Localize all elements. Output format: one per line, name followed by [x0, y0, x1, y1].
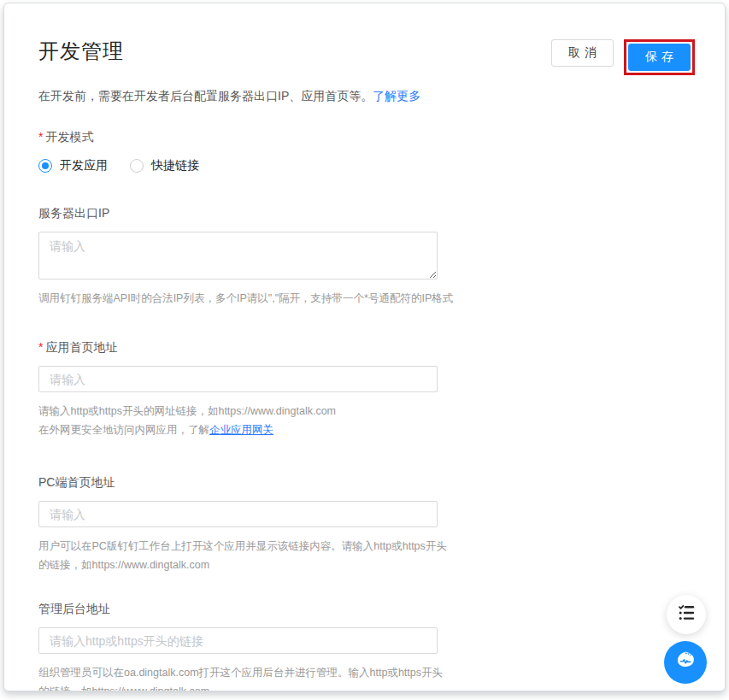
app-home-help-line2: 在外网更安全地访问内网应用，了解企业应用网关	[38, 421, 447, 439]
admin-backend-help: 组织管理员可以在oa.dingtalk.com打开这个应用后台并进行管理。输入h…	[38, 663, 447, 691]
page-title: 开发管理	[38, 38, 124, 65]
field-app-home: *应用首页地址 请输入http或https开头的网址链接，如https://ww…	[38, 340, 695, 439]
app-home-help-line1: 请输入http或https开头的网址链接，如https://www.dingta…	[38, 402, 447, 421]
checklist-icon	[676, 603, 697, 626]
server-ip-textarea[interactable]	[38, 232, 438, 279]
app-home-label: *应用首页地址	[38, 340, 695, 356]
enterprise-gateway-link[interactable]: 企业应用网关	[209, 424, 273, 436]
field-admin-backend: 管理后台地址 组织管理员可以在oa.dingtalk.com打开这个应用后台并进…	[38, 602, 695, 691]
dingtalk-assistant-button[interactable]	[664, 641, 707, 684]
page-header: 开发管理 取消 保存	[38, 38, 695, 75]
header-actions: 取消 保存	[551, 39, 695, 75]
radio-unselected-icon	[130, 159, 144, 173]
radio-option-label: 开发应用	[60, 158, 108, 174]
task-checklist-button[interactable]	[667, 595, 706, 634]
radio-option-dev-app[interactable]: 开发应用	[38, 158, 108, 174]
intro-text: 在开发前，需要在开发者后台配置服务器出口IP、应用首页等。	[38, 89, 373, 103]
server-ip-help: 调用钉钉服务端API时的合法IP列表，多个IP请以","隔开，支持带一个*号通配…	[38, 289, 695, 308]
radio-selected-icon	[38, 159, 52, 173]
app-home-help: 请输入http或https开头的网址链接，如https://www.dingta…	[38, 402, 447, 439]
required-asterisk: *	[38, 340, 43, 354]
save-button-highlight-box: 保存	[624, 39, 695, 75]
field-dev-mode: *开发模式 开发应用 快捷链接	[38, 130, 695, 174]
required-asterisk: *	[38, 130, 43, 144]
radio-option-quick-link[interactable]: 快捷链接	[130, 158, 199, 174]
dev-mode-radio-group: 开发应用 快捷链接	[38, 158, 695, 174]
field-pc-home: PC端首页地址 用户可以在PC版钉钉工作台上打开这个应用并显示该链接内容。请输入…	[38, 475, 695, 574]
dingtalk-logo-icon	[673, 648, 698, 677]
radio-option-label: 快捷链接	[151, 158, 199, 174]
app-home-input[interactable]	[38, 366, 438, 392]
intro-paragraph: 在开发前，需要在开发者后台配置服务器出口IP、应用首页等。了解更多	[38, 89, 695, 104]
admin-backend-label: 管理后台地址	[38, 602, 695, 617]
dev-management-panel: 开发管理 取消 保存 在开发前，需要在开发者后台配置服务器出口IP、应用首页等。…	[3, 3, 726, 691]
save-button[interactable]: 保存	[628, 44, 691, 71]
dev-mode-label: *开发模式	[38, 130, 695, 145]
pc-home-help: 用户可以在PC版钉钉工作台上打开这个应用并显示该链接内容。请输入http或htt…	[38, 537, 447, 574]
admin-backend-input[interactable]	[38, 627, 438, 654]
cancel-button[interactable]: 取消	[551, 39, 614, 67]
pc-home-label: PC端首页地址	[38, 475, 695, 491]
field-server-ip: 服务器出口IP 调用钉钉服务端API时的合法IP列表，多个IP请以","隔开，支…	[38, 206, 695, 308]
learn-more-link[interactable]: 了解更多	[373, 89, 420, 103]
pc-home-input[interactable]	[38, 501, 438, 527]
server-ip-label: 服务器出口IP	[38, 206, 695, 221]
